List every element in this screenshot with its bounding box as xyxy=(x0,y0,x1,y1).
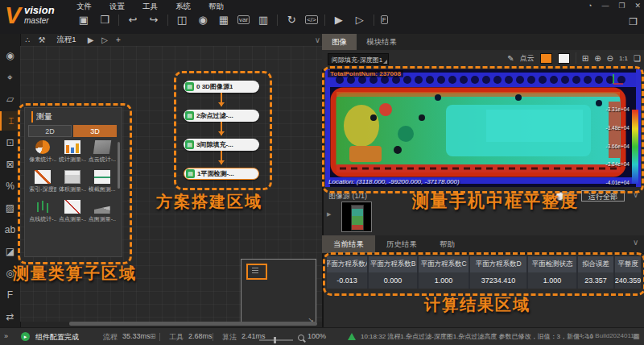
thumb-expand-icon[interactable]: ▶ xyxy=(327,211,331,218)
zoom-in-icon[interactable]: ⊕ xyxy=(594,54,601,63)
script-icon[interactable]: </> xyxy=(305,15,318,24)
image-thumbnail[interactable] xyxy=(341,202,372,232)
collapse-chevron-icon[interactable]: ∨ xyxy=(633,190,638,199)
operator-item[interactable]: 体积测量-... xyxy=(58,170,88,193)
focus-frame-icon[interactable]: ⊡ xyxy=(0,133,20,152)
operator-icon xyxy=(94,170,110,184)
global-variable-icon[interactable]: var xyxy=(237,15,250,24)
toolbar-divider xyxy=(118,15,119,26)
collapsed-result-panel[interactable]: ↘ xyxy=(241,259,316,325)
close-icon[interactable]: ✕ xyxy=(634,2,641,10)
run-process-loop-icon[interactable]: ▷ xyxy=(101,35,108,44)
process-list-icon[interactable]: ∴ xyxy=(25,35,30,44)
flow-node-image-source[interactable]: ▤ 0 3D图像源1 xyxy=(184,81,259,93)
operator-item[interactable]: 像素统计-... xyxy=(28,140,58,164)
actual-size-icon[interactable]: 1:1 xyxy=(619,55,628,62)
image-select-dropdown[interactable]: 间隙填充-深度图1 xyxy=(328,53,389,65)
brand-name-bottom: master xyxy=(24,15,55,26)
operator-item[interactable]: 点点测量-... xyxy=(58,200,88,223)
tool-time-value: 2.68ms xyxy=(188,332,213,340)
location-icon[interactable]: ⌖ xyxy=(0,68,20,87)
operator-item[interactable]: 索引-深度图 xyxy=(28,170,58,193)
save-solution-icon[interactable]: ▣ xyxy=(76,14,91,26)
operator-icon xyxy=(35,170,51,184)
operator-item[interactable]: 点云统计-... xyxy=(87,140,117,164)
image-source-label: 图像源 (1/1) xyxy=(328,191,367,202)
menu-item[interactable]: 工具 xyxy=(142,2,158,12)
add-process-icon[interactable]: + xyxy=(116,35,121,44)
refresh-icon[interactable]: ↻ xyxy=(284,14,299,26)
operator-item[interactable]: 横截面测... xyxy=(87,170,117,193)
flow-node-noise-filter[interactable]: ▤ 2杂点过滤-... xyxy=(184,110,259,122)
restore-icon[interactable]: ❐ xyxy=(618,2,625,10)
fit-view-icon[interactable]: ⊞ xyxy=(582,54,588,63)
canvas-zoom-slider[interactable] xyxy=(259,339,293,341)
deep-learning-icon[interactable]: ab xyxy=(0,220,20,239)
menu-item[interactable]: 设置 xyxy=(109,2,125,12)
panel-scrollbar[interactable] xyxy=(118,142,120,189)
flow-node-plane-detect[interactable]: ▤ 1平面检测-... xyxy=(184,168,259,180)
point-color-swatch-orange[interactable] xyxy=(540,53,552,64)
process-tab[interactable]: 流程1 xyxy=(53,35,79,45)
logic-icon[interactable]: F xyxy=(0,285,20,305)
zoom-out-icon[interactable]: ⊖ xyxy=(607,54,613,63)
image-edit-icon[interactable]: ▱ xyxy=(0,89,20,109)
tab-current-result[interactable]: 当前结果 xyxy=(322,235,375,253)
operator-item[interactable]: 点线统计-... xyxy=(28,200,58,223)
global-trigger-icon[interactable]: F xyxy=(381,15,388,24)
fullscreen-icon[interactable]: ❏ xyxy=(634,54,641,63)
communication-card-icon[interactable]: ▥ xyxy=(256,14,270,26)
minimize-icon[interactable]: — xyxy=(601,2,609,10)
acquisition-icon[interactable]: ◉ xyxy=(0,46,20,65)
color-process-icon[interactable]: ◪ xyxy=(0,242,20,261)
sidebar-expand-icon[interactable]: » xyxy=(4,332,8,340)
canvas-hscrollbar[interactable] xyxy=(69,322,317,326)
image-process-icon[interactable]: ▨ xyxy=(0,198,20,218)
redo-icon[interactable]: ↪ xyxy=(147,14,161,26)
log-panel-icon[interactable]: ▦ xyxy=(633,332,640,340)
process-settings-icon[interactable]: ⚒ xyxy=(38,35,45,44)
interface-window-icon[interactable]: ◫ xyxy=(175,14,189,26)
run-all-dropdown[interactable]: 运行全部 xyxy=(581,190,625,202)
calculation-icon[interactable]: % xyxy=(0,177,20,196)
menu-item[interactable]: 文件 xyxy=(76,2,92,12)
undo-icon[interactable]: ↩ xyxy=(126,14,140,26)
viewer-divider xyxy=(576,52,576,64)
time-detail-icon[interactable]: ⊞ xyxy=(150,332,156,340)
result-collapse-chevron-icon[interactable]: ∨ xyxy=(633,238,638,247)
operator-label: 点云统计-... xyxy=(89,156,116,164)
depth-image-viewport[interactable]: TotalPointNum: 237008 Location: (3118.00… xyxy=(325,69,641,187)
tab-2d[interactable]: 2D xyxy=(28,125,72,137)
menu-item[interactable]: 帮助 xyxy=(208,2,224,12)
tab-image[interactable]: 图像 xyxy=(322,34,357,50)
tab-help[interactable]: 帮助 xyxy=(428,235,466,253)
flow-node-gap-fill[interactable]: ▤ 3间隙填充-... xyxy=(184,139,259,151)
tab-module-result[interactable]: 模块结果 xyxy=(357,34,407,50)
measure-icon[interactable]: ⌶ xyxy=(0,111,20,131)
operator-label: 像素统计-... xyxy=(29,156,56,164)
tab-3d[interactable]: 3D xyxy=(73,125,117,137)
tool-time-label: 工具 xyxy=(169,332,184,343)
operator-label: 统计测量-... xyxy=(59,156,86,164)
tab-history-result[interactable]: 历史结果 xyxy=(375,235,428,253)
module-list-icon[interactable]: ▦ xyxy=(217,14,231,26)
point-color-swatch-white[interactable] xyxy=(558,53,570,64)
operator-item[interactable]: 统计测量-... xyxy=(58,140,88,164)
node-label: 2杂点过滤-... xyxy=(196,111,233,120)
edit-pencil-icon[interactable]: ✎ xyxy=(507,54,514,63)
run-continuous-icon[interactable]: ▷ xyxy=(353,14,367,26)
feedback-icon[interactable]: ◔ xyxy=(588,2,592,10)
panel-handle-icon[interactable] xyxy=(246,264,267,280)
menu-item[interactable]: 系统 xyxy=(175,2,191,12)
recognition-icon[interactable]: ⊠ xyxy=(0,155,20,174)
operator-label: 点点测量-... xyxy=(59,215,86,223)
communication-icon[interactable]: ⇄ xyxy=(0,307,20,326)
run-process-once-icon[interactable]: ▶ xyxy=(88,35,94,44)
run-once-icon[interactable]: ▶ xyxy=(332,14,346,26)
camera-manage-icon[interactable]: ◉ xyxy=(196,14,210,26)
table-value-cell: 1.000 xyxy=(526,272,576,289)
open-solution-icon[interactable]: ❒ xyxy=(97,14,112,26)
operator-item[interactable]: 点面测量-... xyxy=(87,200,117,223)
open-image-folder-icon[interactable]: ❒ xyxy=(629,16,638,27)
process-bar-chevron-icon[interactable]: ∨ xyxy=(315,35,320,44)
